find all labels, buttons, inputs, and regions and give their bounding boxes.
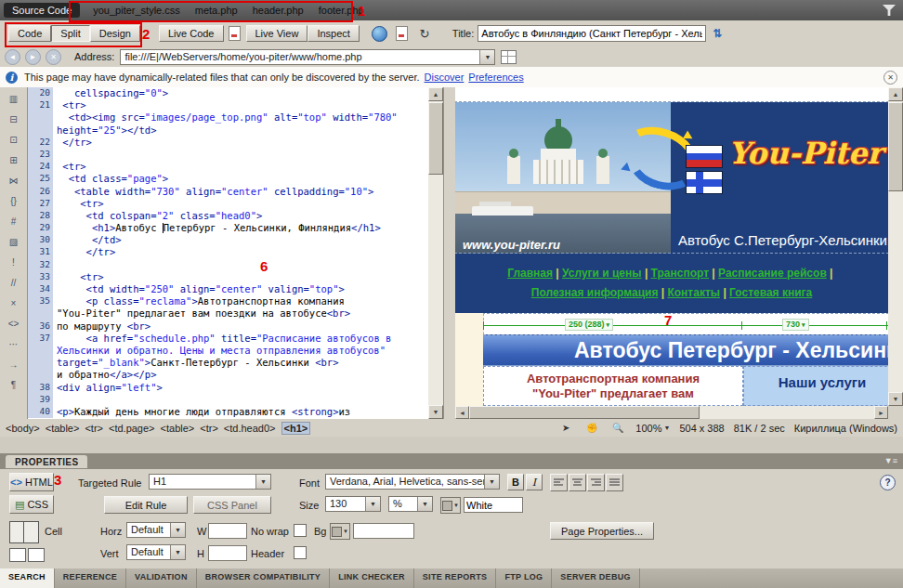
validate-markup-icon[interactable] <box>394 25 411 42</box>
design-view-button[interactable]: Design <box>90 25 140 42</box>
size-dropdown[interactable]: 130 ▼ <box>325 496 381 512</box>
page-title-input[interactable] <box>478 25 706 42</box>
site-header-image[interactable]: You-Piter Автобус С.Петербург-Хельсинки … <box>455 102 888 254</box>
preferences-link[interactable]: Preferences <box>468 72 523 83</box>
no-wrap-checkbox[interactable] <box>294 524 307 537</box>
targeted-rule-dropdown[interactable]: H1 ▼ <box>149 474 271 490</box>
code-line[interactable]: 30 </td> <box>28 234 428 246</box>
site-h1-banner[interactable]: Автобус Петербург - Хельсинки <box>483 334 888 366</box>
tag-selector-item[interactable]: <td.head0> <box>224 423 276 434</box>
related-file-tab[interactable]: header.php <box>253 5 304 16</box>
check-page-icon[interactable] <box>227 25 243 42</box>
design-view-pane[interactable]: You-Piter Автобус С.Петербург-Хельсинки … <box>455 87 888 419</box>
apply-comment-icon[interactable]: // <box>5 275 23 290</box>
bold-button[interactable]: B <box>507 474 524 490</box>
bg-color-input[interactable] <box>353 523 414 539</box>
code-line[interactable]: 36по маршруту <br> <box>28 320 428 333</box>
horz-align-dropdown[interactable]: Default ▼ <box>126 522 186 538</box>
vert-align-dropdown[interactable]: Default ▼ <box>126 544 186 560</box>
code-line[interactable]: 20 cellspacing="0"> <box>28 87 428 99</box>
design-scrollbar-thumb[interactable] <box>888 102 903 191</box>
code-line[interactable]: 25 <td class="page"> <box>28 173 428 185</box>
code-line[interactable]: height="25"></td> <box>28 124 428 137</box>
code-line[interactable]: 28 <td colspan="2" class="head0"> <box>28 210 428 222</box>
highlight-invalid-code-icon[interactable]: ▨ <box>5 234 23 249</box>
line-numbers-icon[interactable]: # <box>5 214 23 229</box>
dropdown-arrow-icon[interactable]: ▼ <box>417 497 432 511</box>
format-source-code-icon[interactable]: ¶ <box>5 377 23 392</box>
results-tab-site-reports[interactable]: SITE REPORTS <box>414 568 497 588</box>
back-icon[interactable]: ◄ <box>5 49 20 65</box>
site-nav-link[interactable]: Контакты <box>667 286 720 299</box>
results-tab-link-checker[interactable]: LINK CHECKER <box>330 568 414 588</box>
code-lines[interactable]: 20 cellspacing="0">21 <tr> <td><img src=… <box>28 87 428 418</box>
design-vertical-scrollbar[interactable]: ▲ ▼ <box>888 87 903 406</box>
refresh-design-view-icon[interactable]: ↻ <box>416 25 433 42</box>
wrap-tag-icon[interactable]: <> <box>5 316 23 331</box>
split-view-button[interactable]: Split <box>51 25 89 42</box>
live-code-button[interactable]: Live Code <box>159 25 224 42</box>
code-line[interactable]: 22 </tr> <box>28 137 428 149</box>
related-file-tab[interactable]: you_piter_style.css <box>93 5 180 16</box>
scroll-left-icon[interactable]: ◄ <box>455 406 469 419</box>
select-parent-tag-icon[interactable]: ⋈ <box>5 173 23 188</box>
design-horizontal-scrollbar[interactable]: ◄ ► <box>455 406 888 419</box>
results-tab-validation[interactable]: VALIDATION <box>126 568 197 588</box>
code-line[interactable]: 21 <tr> <box>28 99 428 111</box>
forward-icon[interactable]: ► <box>25 49 41 65</box>
properties-tab[interactable]: PROPERTIES <box>6 455 87 468</box>
code-line[interactable]: "You-Piter" предлагает вам поездки на ав… <box>28 307 428 320</box>
site-nav-link[interactable]: Расписание рейсов <box>718 267 827 280</box>
font-dropdown[interactable]: Verdana, Arial, Helvetica, sans-serif ▼ <box>325 474 500 490</box>
file-management-icon[interactable]: ⇅ <box>709 25 726 42</box>
close-info-bar-icon[interactable]: ✕ <box>883 71 897 85</box>
live-view-options-icon[interactable] <box>501 50 517 64</box>
dropdown-arrow-icon[interactable]: ▼ <box>484 475 499 489</box>
code-line[interactable]: 31 </tr> <box>28 246 428 258</box>
code-line[interactable]: 37 <a href="schedule.php" title="Расписа… <box>28 333 428 345</box>
code-line[interactable]: 29 <h1>Автобус Петербург - Хельсинки, Фи… <box>28 222 428 234</box>
code-line[interactable]: 27 <tr> <box>28 198 428 210</box>
remove-comment-icon[interactable]: × <box>5 295 23 310</box>
scroll-right-icon[interactable]: ► <box>874 406 888 419</box>
edit-rule-button[interactable]: Edit Rule <box>104 496 188 514</box>
balance-braces-icon[interactable]: {} <box>5 193 23 208</box>
css-panel-button[interactable]: CSS Panel <box>193 496 271 514</box>
code-view-button[interactable]: Code <box>8 25 51 42</box>
scroll-up-icon[interactable]: ▲ <box>428 87 443 101</box>
inspect-button[interactable]: Inspect <box>308 25 359 42</box>
code-line[interactable]: 35 <p class="reclama">Автотранспортная к… <box>28 295 428 307</box>
expand-all-icon[interactable]: ⊞ <box>5 152 23 167</box>
code-line[interactable]: target="_blank">Санкт-Петербург - Хельси… <box>28 357 428 369</box>
code-line[interactable]: 23 <box>28 149 428 161</box>
indent-code-icon[interactable]: → <box>5 357 23 372</box>
recent-snippets-icon[interactable]: ⋯ <box>5 336 23 351</box>
align-left-icon[interactable] <box>550 474 568 491</box>
site-nav-link[interactable]: Главная <box>507 267 553 280</box>
tag-selector-item[interactable]: <tr> <box>85 423 103 434</box>
cell-height-input[interactable] <box>208 545 247 561</box>
preview-in-browser-icon[interactable] <box>372 25 388 42</box>
scroll-down-icon[interactable]: ▼ <box>888 392 903 406</box>
select-tool-icon[interactable]: ➤ <box>557 420 574 436</box>
italic-button[interactable]: I <box>526 474 543 490</box>
code-line[interactable]: 33 <tr> <box>28 271 428 283</box>
align-justify-icon[interactable] <box>606 474 623 491</box>
zoom-level-dropdown[interactable]: 100% ▼ <box>635 423 670 434</box>
address-dropdown-arrow-icon[interactable]: ▼ <box>479 50 494 64</box>
live-view-button[interactable]: Live View <box>246 25 308 42</box>
collapse-full-tag-icon[interactable]: ⊟ <box>5 111 23 126</box>
scroll-up-icon[interactable]: ▲ <box>888 87 903 101</box>
column-width-menu[interactable]: 250 (288) <box>565 319 613 331</box>
tag-selector-item[interactable]: <td.page> <box>109 423 155 434</box>
dropdown-arrow-icon[interactable]: ▼ <box>255 475 270 489</box>
site-nav-link[interactable]: Услуги и цены <box>562 267 642 280</box>
code-line[interactable]: Хельсинки и обратно. Цены и места отправ… <box>28 345 428 357</box>
dropdown-arrow-icon[interactable]: ▼ <box>365 497 380 511</box>
results-tab-server-debug[interactable]: SERVER DEBUG <box>552 568 639 588</box>
code-line[interactable]: 40<p>Каждый день многие люди отправляютс… <box>28 406 428 418</box>
hand-tool-icon[interactable]: ✊ <box>583 420 600 436</box>
text-color-input[interactable] <box>464 497 523 513</box>
zoom-tool-icon[interactable]: 🔍 <box>609 420 626 436</box>
code-scrollbar-thumb[interactable] <box>428 102 443 175</box>
